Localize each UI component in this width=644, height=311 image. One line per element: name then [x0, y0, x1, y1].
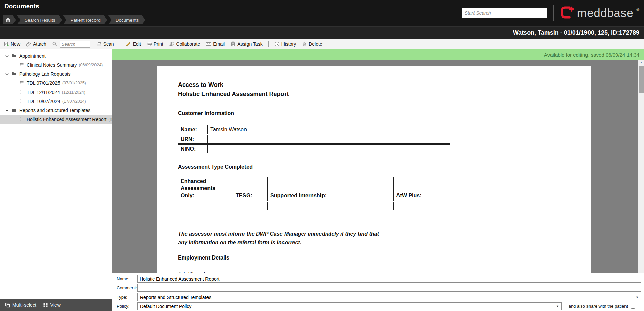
chevron-down-icon[interactable]: [5, 54, 9, 58]
clipboard-icon: [230, 41, 236, 47]
document-title-line2: Holistic Enhanced Assessment Report: [178, 90, 570, 99]
assessment-header-enhanced: Enhanced Assessments Only:: [178, 177, 233, 201]
meddbase-logo-icon: [560, 6, 574, 21]
edit-button[interactable]: Edit: [126, 41, 141, 47]
assessment-header-supported-internship: Supported Internship:: [268, 177, 393, 201]
scan-button[interactable]: Scan: [96, 41, 114, 47]
print-button[interactable]: Print: [147, 41, 163, 47]
tree-item-label: TDL 12/11/2024: [27, 90, 60, 95]
document-icon: [19, 80, 24, 85]
search-icon: [52, 41, 58, 47]
toolbar-separator: [268, 41, 269, 47]
tree-item-holistic-enhanced-assessment-report[interactable]: Holistic Enhanced Assessment Report (0: [0, 115, 112, 124]
header-divider: [553, 5, 554, 21]
breadcrumb-home[interactable]: [3, 15, 16, 24]
scroll-up-icon[interactable]: ▲: [638, 60, 644, 65]
assessment-cell-empty: [268, 202, 393, 210]
tree-folder-label: Reports and Structured Templates: [19, 108, 90, 113]
assessment-cell-empty: [233, 202, 268, 210]
breadcrumb-search-results[interactable]: Search Results: [17, 15, 62, 24]
document-scrollbar[interactable]: ▲: [638, 60, 644, 273]
tree-item-label: TDL 07/01/2025: [27, 80, 60, 86]
chevron-down-icon[interactable]: [5, 72, 9, 76]
tree-folder-pathology-lab-requests[interactable]: Pathology Lab Requests: [0, 69, 112, 78]
assessment-header-atw-plus: AtW Plus:: [393, 177, 450, 201]
assign-task-button[interactable]: Assign Task: [230, 41, 262, 47]
trash-icon: [302, 41, 307, 47]
scrollbar-thumb[interactable]: [639, 66, 644, 93]
assessment-type-heading: Assessment Type Completed: [178, 164, 570, 170]
delete-button[interactable]: Delete: [302, 41, 322, 47]
document-sidebar: Appointment Clinical Notes Summary (06/0…: [0, 49, 112, 311]
email-button[interactable]: Email: [206, 41, 225, 47]
name-field-label: Name:: [112, 276, 137, 281]
tree-folder-label: Pathology Lab Requests: [19, 71, 71, 77]
multi-select-label: Multi-select: [12, 302, 36, 308]
breadcrumb-patient-record[interactable]: Patient Record: [63, 15, 107, 24]
share-with-patient-label: and also share with the patient: [569, 304, 628, 309]
sidebar-footer: Multi-select View: [0, 299, 112, 311]
tree-item-date: (17/07/2024): [62, 99, 86, 104]
view-button-label: View: [50, 302, 61, 308]
folder-icon: [11, 53, 17, 58]
comments-field[interactable]: [137, 284, 641, 292]
policy-field-label: Policy:: [112, 304, 137, 309]
assessor-notice-line2: any information on the referral form is …: [178, 238, 570, 247]
form-row-type: Type: Reports and Structured Templates ▼: [112, 292, 644, 302]
tree-item-tdl-10-07-2024[interactable]: TDL 10/07/2024 (17/07/2024): [0, 97, 112, 106]
table-row: URN:: [178, 135, 450, 144]
share-with-patient-group: and also share with the patient: [569, 304, 644, 309]
global-search-input[interactable]: [462, 8, 547, 18]
assign-task-button-label: Assign Task: [237, 41, 262, 47]
toolbar-separator: [120, 41, 120, 47]
tree-item-tdl-12-11-2024[interactable]: TDL 12/11/2024 (12/11/2024): [0, 88, 112, 97]
patient-info-text: Watson, Tamsin - 01/01/1900, 125, ID:172…: [513, 29, 639, 36]
history-button[interactable]: History: [274, 41, 296, 47]
document-toolbar: New Attach Scan Edit Print Collabo: [0, 39, 644, 49]
attach-button-label: Attach: [33, 41, 46, 47]
tree-item-date: (12/11/2024): [62, 90, 85, 95]
folder-icon: [11, 108, 17, 113]
chevron-down-icon[interactable]: [5, 108, 9, 113]
customer-information-heading: Customer Information: [178, 110, 570, 117]
tree-item-clinical-notes-summary[interactable]: Clinical Notes Summary (06/09/2024): [0, 60, 112, 69]
customer-name-value: Tamsin Watson: [207, 125, 450, 134]
tree-folder-appointment[interactable]: Appointment: [0, 51, 112, 60]
paperclip-icon: [26, 41, 31, 47]
editing-status-text: Available for editing, saved 06/09/24 14…: [544, 52, 639, 58]
tree-item-tdl-07-01-2025[interactable]: TDL 07/01/2025 (07/01/2025): [0, 78, 112, 88]
toolbar-search: [52, 41, 90, 48]
share-with-patient-checkbox[interactable]: [631, 304, 635, 309]
multi-select-icon: [5, 303, 10, 308]
attach-button[interactable]: Attach: [26, 41, 46, 47]
main-area: Appointment Clinical Notes Summary (06/0…: [0, 49, 644, 311]
collaborate-button[interactable]: Collaborate: [169, 41, 200, 47]
employment-details-heading: Employment Details: [178, 254, 570, 261]
assessor-notice-line1: The assessor must inform the DWP Case Ma…: [178, 230, 570, 238]
policy-select-value: Default Document Policy: [140, 304, 191, 309]
customer-information-table: Name: Tamsin Watson URN: NINO:: [178, 124, 450, 154]
editing-status-bar: Available for editing, saved 06/09/24 14…: [112, 49, 644, 60]
tree-folder-reports-and-structured-templates[interactable]: Reports and Structured Templates: [0, 106, 112, 115]
page-title: Documents: [4, 3, 39, 10]
chevron-down-icon: ▼: [556, 305, 559, 308]
breadcrumb-label: Search Results: [25, 18, 55, 23]
breadcrumb-documents[interactable]: Documents: [108, 15, 145, 24]
app-header: Documents Search Results Patient Record …: [0, 0, 644, 26]
table-row: Name: Tamsin Watson: [178, 125, 450, 134]
customer-urn-label: URN:: [178, 135, 207, 144]
patient-info-bar: Watson, Tamsin - 01/01/1900, 125, ID:172…: [0, 26, 644, 39]
tree-item-date: (0: [108, 117, 112, 122]
multi-select-button[interactable]: Multi-select: [5, 302, 36, 308]
pencil-icon: [126, 41, 131, 47]
new-button[interactable]: New: [4, 41, 20, 47]
assessment-type-table: Enhanced Assessments Only: TESG: Support…: [178, 176, 450, 211]
type-select[interactable]: Reports and Structured Templates ▼: [137, 293, 641, 301]
policy-select[interactable]: Default Document Policy ▼: [137, 302, 562, 310]
clock-icon: [274, 41, 280, 47]
brand-registered-mark: ®: [636, 8, 639, 12]
view-button[interactable]: View: [43, 302, 61, 308]
toolbar-search-input[interactable]: [60, 41, 90, 48]
assessment-header-tesg: TESG:: [233, 177, 268, 201]
name-field[interactable]: [137, 275, 641, 283]
